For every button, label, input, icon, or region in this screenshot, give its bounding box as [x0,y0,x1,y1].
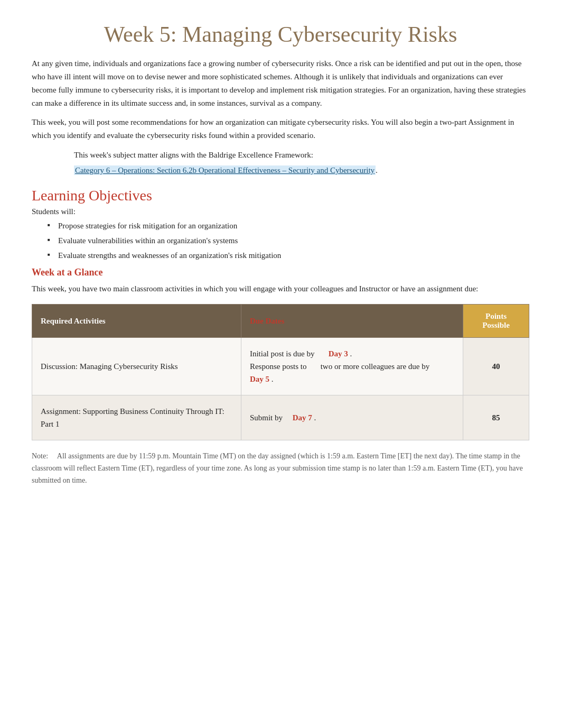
page-title: Week 5: Managing Cybersecurity Risks [32,21,529,48]
note-content: All assignments are due by 11:59 p.m. Mo… [32,452,523,484]
period-3: . [314,413,316,422]
day-7: Day 7 [293,413,312,422]
students-will-label: Students will: [32,207,529,216]
day-3: Day 3 [329,349,348,358]
baldrige-block: This week's subject matter aligns with t… [74,149,529,177]
week-at-glance-intro: This week, you have two main classroom a… [32,282,529,296]
table-row: Discussion: Managing Cybersecurity Risks… [32,338,529,395]
intro-paragraph-2: This week, you will post some recommenda… [32,116,529,142]
day-5: Day 5 [250,375,269,383]
due-dates-1: Initial post is due by Day 3 . Response … [241,338,463,395]
intro-paragraph-1: At any given time, individuals and organ… [32,57,529,109]
period-2: . [272,375,274,383]
due-label-colleagues: colleagues are due by [361,362,430,371]
baldrige-intro: This week's subject matter aligns with t… [74,149,529,162]
period-1: . [350,349,352,358]
category-link[interactable]: Category 6 – Operations: Section 6.2b Op… [74,165,376,175]
table-row: Assignment: Supporting Business Continui… [32,395,529,440]
activities-table: Required Activities Due Dates Points Pos… [32,304,529,440]
col-header-due-dates: Due Dates [241,305,463,338]
list-item: Propose strategies for risk mitigation f… [48,219,529,232]
due-label-response: Response posts to [250,362,307,371]
list-item: Evaluate strengths and weaknesses of an … [48,249,529,262]
learning-objectives-heading: Learning Objectives [32,187,529,204]
two-or-more: two or more [321,362,359,371]
due-dates-2: Submit by Day 7 . [241,395,463,440]
list-item: Evaluate vulnerabilities within an organ… [48,234,529,247]
points-2: 85 [463,395,529,440]
activity-name-2: Assignment: Supporting Business Continui… [32,395,241,440]
note-paragraph: Note: All assignments are due by 11:59 p… [32,450,529,486]
col-header-activities: Required Activities [32,305,241,338]
points-1: 40 [463,338,529,395]
learning-objectives-list: Propose strategies for risk mitigation f… [32,219,529,262]
note-label: Note: [32,452,48,460]
activity-name-1: Discussion: Managing Cybersecurity Risks [32,338,241,395]
link-suffix: . [376,166,378,174]
col-header-points: Points Possible [463,305,529,338]
due-label-initial: Initial post is due by [250,349,315,358]
submit-by-label: Submit by [250,413,283,422]
week-at-glance-heading: Week at a Glance [32,267,529,278]
